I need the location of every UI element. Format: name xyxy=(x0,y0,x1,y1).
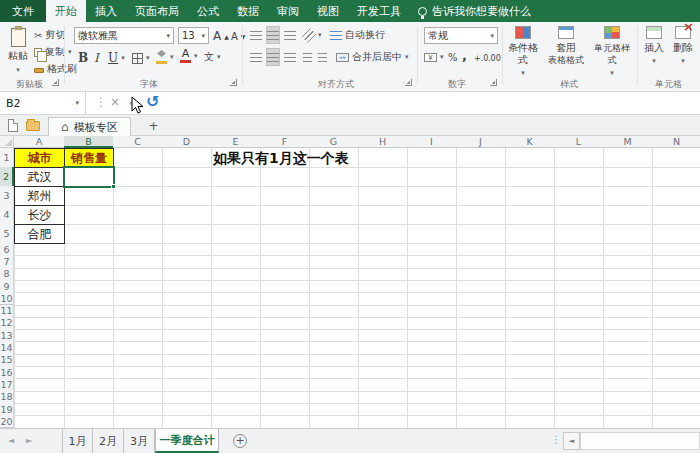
grow-font-button[interactable]: A▲ xyxy=(213,28,229,44)
row-header-14[interactable]: 14 xyxy=(0,341,14,354)
orientation-button[interactable]: ▾ xyxy=(303,27,322,43)
insert-cells-button[interactable]: 插入 ▾ xyxy=(641,26,667,67)
sheet-tab-1月[interactable]: 1月 xyxy=(62,429,93,453)
column-header-A[interactable]: A xyxy=(14,136,65,148)
row-header-11[interactable]: 11 xyxy=(0,305,14,318)
row-header-4[interactable]: 4 xyxy=(0,205,14,225)
row-header-13[interactable]: 13 xyxy=(0,329,14,342)
column-header-C[interactable]: C xyxy=(113,136,163,148)
row-header-7[interactable]: 7 xyxy=(0,255,14,268)
decrease-decimal-button[interactable]: .00 xyxy=(488,50,501,66)
number-dialog-launcher-icon[interactable] xyxy=(490,79,497,86)
menu-tab-审阅[interactable]: 审阅 xyxy=(268,0,308,22)
row-header-8[interactable]: 8 xyxy=(0,268,14,281)
phonetic-button[interactable]: 文▾ xyxy=(204,49,221,65)
cell-A1[interactable]: 城市 xyxy=(14,148,65,168)
row-header-15[interactable]: 15 xyxy=(0,354,14,367)
horizontal-scrollbar[interactable] xyxy=(580,432,700,450)
row-header-12[interactable]: 12 xyxy=(0,317,14,330)
fill-color-button[interactable]: ▾ xyxy=(156,49,174,65)
clipboard-dialog-launcher-icon[interactable] xyxy=(52,79,59,86)
undo-circular-arrow-icon[interactable]: ↺ xyxy=(146,92,159,111)
menu-tab-公式[interactable]: 公式 xyxy=(188,0,228,22)
new-sheet-button[interactable]: + xyxy=(233,434,247,448)
tell-me[interactable]: 告诉我你想要做什么 xyxy=(410,0,539,22)
column-header-B[interactable]: B xyxy=(64,136,114,148)
sheet-tab-2月[interactable]: 2月 xyxy=(93,429,124,453)
menu-tab-开始[interactable]: 开始 xyxy=(46,0,86,22)
cell-styles-button[interactable]: 单元格样式 ▾ xyxy=(590,26,634,79)
column-header-N[interactable]: N xyxy=(652,136,700,148)
column-header-K[interactable]: K xyxy=(505,136,555,148)
italic-button[interactable]: I xyxy=(94,50,99,66)
increase-indent-button[interactable] xyxy=(318,49,327,65)
new-document-icon[interactable] xyxy=(8,119,18,132)
row-header-10[interactable]: 10 xyxy=(0,292,14,305)
wrap-text-button[interactable]: 自动换行 xyxy=(330,27,385,43)
bold-button[interactable]: B xyxy=(78,50,88,66)
underline-button[interactable]: U▾ xyxy=(108,50,125,66)
cancel-icon[interactable]: × xyxy=(110,95,120,109)
column-header-L[interactable]: L xyxy=(554,136,604,148)
accounting-format-button[interactable]: ¥▾ xyxy=(424,49,444,65)
number-format-select[interactable]: 常规 ▾ xyxy=(424,27,498,44)
row-header-17[interactable]: 17 xyxy=(0,378,14,391)
cell-A2[interactable]: 武汉 xyxy=(14,167,65,187)
column-header-E[interactable]: E xyxy=(211,136,261,148)
align-top-button[interactable] xyxy=(250,27,262,43)
row-header-19[interactable]: 19 xyxy=(0,403,14,416)
file-tab[interactable]: 文件 xyxy=(0,0,46,22)
row-header-2[interactable]: 2 xyxy=(0,167,14,187)
row-header-6[interactable]: 6 xyxy=(0,243,14,256)
spreadsheet-grid[interactable]: ABCDEFGHIJKLMN12345678910111213141516171… xyxy=(0,136,700,428)
row-header-5[interactable]: 5 xyxy=(0,224,14,244)
row-header-18[interactable]: 18 xyxy=(0,391,14,404)
sheet-nav-left-icon[interactable]: ◄ xyxy=(8,436,14,445)
cell-A4[interactable]: 长沙 xyxy=(14,205,65,225)
merge-center-button[interactable]: ↔合并后居中▾ xyxy=(336,49,409,65)
column-header-I[interactable]: I xyxy=(407,136,457,148)
row-header-1[interactable]: 1 xyxy=(0,148,14,168)
hscroll-left-arrow[interactable]: ◄ xyxy=(563,432,580,450)
sheet-nav-right-icon[interactable]: ► xyxy=(26,436,32,445)
template-zone-tab[interactable]: ⌂ 模板专区 xyxy=(48,117,131,136)
cell-A5[interactable]: 合肥 xyxy=(14,224,65,244)
cell-B1[interactable]: 销售量 xyxy=(64,148,114,168)
column-header-F[interactable]: F xyxy=(260,136,310,148)
cut-button[interactable]: ✂ 剪切 xyxy=(34,27,65,43)
align-left-button[interactable] xyxy=(250,49,262,65)
font-color-button[interactable]: A▾ xyxy=(180,48,198,64)
font-size-select[interactable]: 13 ▾ xyxy=(178,27,209,44)
comma-style-button[interactable]: , xyxy=(462,47,467,63)
shrink-font-button[interactable]: A▼ xyxy=(231,28,245,44)
copy-button[interactable]: 复制 ▾ xyxy=(34,44,72,60)
cell-A3[interactable]: 郑州 xyxy=(14,186,65,206)
column-header-G[interactable]: G xyxy=(309,136,359,148)
decrease-indent-button[interactable] xyxy=(303,49,312,65)
alignment-dialog-launcher-icon[interactable] xyxy=(405,79,412,86)
row-header-9[interactable]: 9 xyxy=(0,280,14,293)
format-painter-button[interactable]: 格式刷 xyxy=(34,61,77,77)
open-folder-icon[interactable] xyxy=(26,121,40,131)
menu-tab-插入[interactable]: 插入 xyxy=(86,0,126,22)
align-center-button[interactable] xyxy=(267,49,279,65)
paste-button[interactable]: 粘贴 ▾ xyxy=(4,26,32,78)
conditional-formatting-button[interactable]: 条件格式 ▾ xyxy=(506,26,540,79)
font-dialog-launcher-icon[interactable] xyxy=(230,79,237,86)
align-right-button[interactable] xyxy=(284,49,296,65)
row-header-3[interactable]: 3 xyxy=(0,186,14,206)
sheet-tab-3月[interactable]: 3月 xyxy=(124,429,155,453)
menu-tab-数据[interactable]: 数据 xyxy=(228,0,268,22)
formula-input[interactable] xyxy=(86,92,700,114)
borders-button[interactable]: ▾ xyxy=(132,50,150,66)
name-box[interactable]: B2 ▾ xyxy=(0,92,86,114)
menu-tab-视图[interactable]: 视图 xyxy=(308,0,348,22)
add-tab-button[interactable]: + xyxy=(146,119,161,134)
select-all-corner[interactable] xyxy=(0,136,14,148)
fill-handle[interactable] xyxy=(111,184,116,189)
delete-cells-button[interactable]: 删除 ▾ xyxy=(670,26,696,67)
increase-decimal-button[interactable]: +.0 xyxy=(474,50,488,66)
drag-dots-icon[interactable]: ⋮ xyxy=(95,95,107,109)
align-middle-button[interactable] xyxy=(267,27,279,43)
row-header-16[interactable]: 16 xyxy=(0,366,14,379)
